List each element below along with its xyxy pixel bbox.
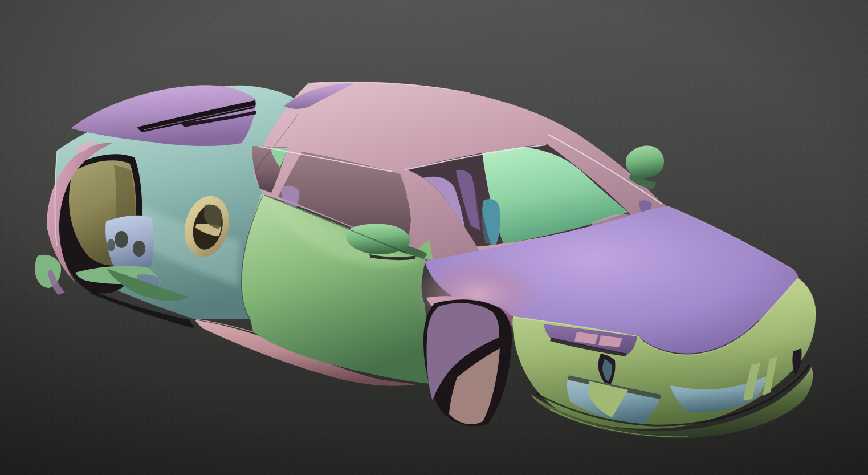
- 3d-viewport[interactable]: [0, 0, 868, 475]
- car-render-canvas: [0, 0, 868, 475]
- vignette: [0, 0, 868, 475]
